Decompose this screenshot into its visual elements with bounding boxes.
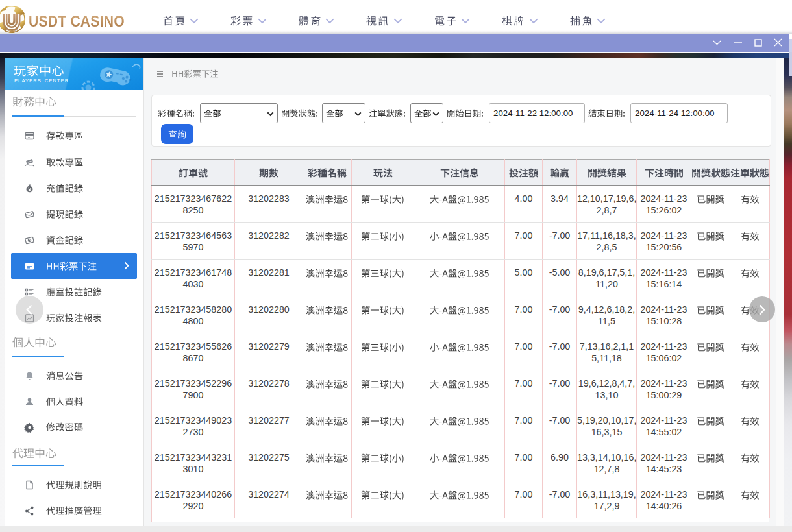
svg-text:CASINO: CASINO [5, 29, 18, 32]
